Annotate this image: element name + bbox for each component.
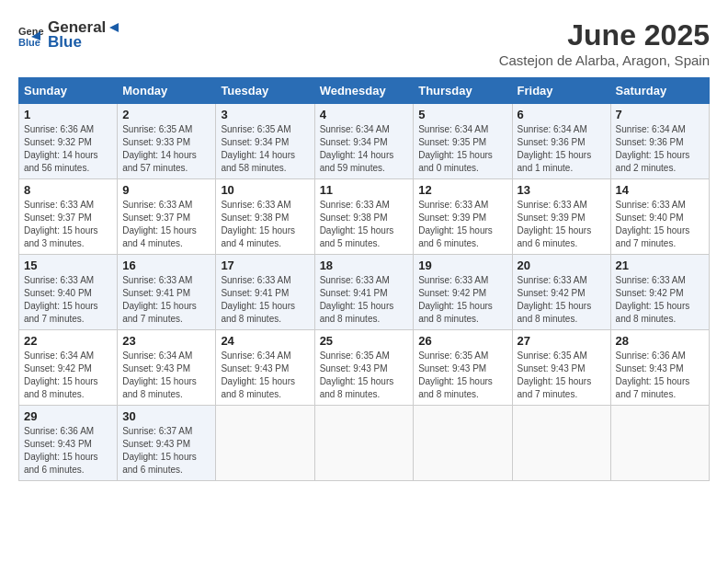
calendar-cell: 25Sunrise: 6:35 AMSunset: 9:43 PMDayligh… (314, 330, 414, 406)
calendar-cell: 12Sunrise: 6:33 AMSunset: 9:39 PMDayligh… (414, 179, 512, 255)
header-day-friday: Friday (512, 78, 610, 104)
day-info: Sunrise: 6:33 AMSunset: 9:42 PMDaylight:… (418, 274, 506, 326)
svg-marker-3 (109, 23, 119, 32)
day-number: 20 (518, 259, 606, 272)
calendar-cell: 4Sunrise: 6:34 AMSunset: 9:34 PMDaylight… (314, 104, 414, 179)
day-number: 5 (418, 108, 506, 121)
calendar-cell: 26Sunrise: 6:35 AMSunset: 9:43 PMDayligh… (414, 330, 512, 406)
calendar-cell: 5Sunrise: 6:34 AMSunset: 9:35 PMDaylight… (414, 104, 512, 179)
calendar-week-row: 8Sunrise: 6:33 AMSunset: 9:37 PMDaylight… (19, 179, 710, 255)
calendar-cell: 22Sunrise: 6:34 AMSunset: 9:42 PMDayligh… (19, 330, 118, 406)
day-number: 18 (320, 259, 409, 272)
day-number: 8 (24, 183, 112, 197)
day-number: 2 (122, 108, 210, 121)
day-number: 10 (221, 183, 309, 197)
calendar-cell (512, 406, 610, 481)
day-number: 4 (320, 108, 409, 121)
day-info: Sunrise: 6:34 AMSunset: 9:34 PMDaylight:… (320, 123, 409, 175)
day-number: 27 (518, 334, 606, 348)
day-number: 9 (122, 183, 210, 197)
day-info: Sunrise: 6:34 AMSunset: 9:43 PMDaylight:… (122, 350, 210, 401)
day-info: Sunrise: 6:36 AMSunset: 9:43 PMDaylight:… (616, 350, 704, 401)
calendar-cell: 10Sunrise: 6:33 AMSunset: 9:38 PMDayligh… (216, 179, 314, 255)
day-info: Sunrise: 6:34 AMSunset: 9:35 PMDaylight:… (418, 123, 506, 175)
day-info: Sunrise: 6:33 AMSunset: 9:37 PMDaylight:… (24, 199, 112, 250)
calendar-cell: 16Sunrise: 6:33 AMSunset: 9:41 PMDayligh… (118, 255, 216, 330)
day-number: 3 (221, 108, 309, 121)
day-info: Sunrise: 6:35 AMSunset: 9:43 PMDaylight:… (518, 350, 606, 401)
day-number: 25 (320, 334, 409, 348)
calendar-table: SundayMondayTuesdayWednesdayThursdayFrid… (18, 77, 710, 481)
calendar-cell (414, 406, 512, 481)
calendar-week-row: 29Sunrise: 6:36 AMSunset: 9:43 PMDayligh… (19, 406, 710, 481)
calendar-cell: 21Sunrise: 6:33 AMSunset: 9:42 PMDayligh… (610, 255, 709, 330)
calendar-cell: 8Sunrise: 6:33 AMSunset: 9:37 PMDaylight… (19, 179, 118, 255)
day-info: Sunrise: 6:33 AMSunset: 9:38 PMDaylight:… (320, 199, 409, 250)
calendar-cell: 13Sunrise: 6:33 AMSunset: 9:39 PMDayligh… (512, 179, 610, 255)
calendar-week-row: 15Sunrise: 6:33 AMSunset: 9:40 PMDayligh… (19, 255, 710, 330)
calendar-cell: 11Sunrise: 6:33 AMSunset: 9:38 PMDayligh… (314, 179, 414, 255)
day-number: 24 (221, 334, 309, 348)
calendar-cell: 17Sunrise: 6:33 AMSunset: 9:41 PMDayligh… (216, 255, 314, 330)
calendar-cell: 15Sunrise: 6:33 AMSunset: 9:40 PMDayligh… (19, 255, 118, 330)
calendar-cell: 1Sunrise: 6:36 AMSunset: 9:32 PMDaylight… (19, 104, 118, 179)
calendar-cell: 9Sunrise: 6:33 AMSunset: 9:37 PMDaylight… (118, 179, 216, 255)
day-number: 12 (418, 183, 506, 197)
calendar-cell (610, 406, 709, 481)
month-title: June 2025 (499, 18, 710, 52)
calendar-cell: 29Sunrise: 6:36 AMSunset: 9:43 PMDayligh… (19, 406, 118, 481)
header-day-wednesday: Wednesday (314, 78, 414, 104)
calendar-cell: 24Sunrise: 6:34 AMSunset: 9:43 PMDayligh… (216, 330, 314, 406)
day-info: Sunrise: 6:33 AMSunset: 9:40 PMDaylight:… (24, 274, 112, 326)
header-day-thursday: Thursday (414, 78, 512, 104)
day-number: 29 (24, 409, 112, 423)
day-number: 1 (24, 108, 112, 121)
day-info: Sunrise: 6:33 AMSunset: 9:42 PMDaylight:… (616, 274, 704, 326)
day-info: Sunrise: 6:33 AMSunset: 9:37 PMDaylight:… (122, 199, 210, 250)
day-number: 19 (418, 259, 506, 272)
calendar-cell: 6Sunrise: 6:34 AMSunset: 9:36 PMDaylight… (512, 104, 610, 179)
calendar-week-row: 1Sunrise: 6:36 AMSunset: 9:32 PMDaylight… (19, 104, 710, 179)
location-title: Castejon de Alarba, Aragon, Spain (499, 52, 710, 68)
day-number: 23 (122, 334, 210, 348)
calendar-cell: 23Sunrise: 6:34 AMSunset: 9:43 PMDayligh… (118, 330, 216, 406)
day-number: 30 (122, 409, 210, 423)
calendar-cell: 18Sunrise: 6:33 AMSunset: 9:41 PMDayligh… (314, 255, 414, 330)
day-info: Sunrise: 6:34 AMSunset: 9:43 PMDaylight:… (221, 350, 309, 401)
day-info: Sunrise: 6:33 AMSunset: 9:41 PMDaylight:… (320, 274, 409, 326)
day-info: Sunrise: 6:34 AMSunset: 9:36 PMDaylight:… (518, 123, 606, 175)
calendar-cell: 14Sunrise: 6:33 AMSunset: 9:40 PMDayligh… (610, 179, 709, 255)
day-info: Sunrise: 6:33 AMSunset: 9:40 PMDaylight:… (616, 199, 704, 250)
day-number: 13 (518, 183, 606, 197)
header-day-saturday: Saturday (610, 78, 709, 104)
day-info: Sunrise: 6:35 AMSunset: 9:34 PMDaylight:… (221, 123, 309, 175)
day-number: 22 (24, 334, 112, 348)
day-number: 16 (122, 259, 210, 272)
header-day-tuesday: Tuesday (216, 78, 314, 104)
day-info: Sunrise: 6:33 AMSunset: 9:41 PMDaylight:… (221, 274, 309, 326)
calendar-cell (216, 406, 314, 481)
calendar-cell: 2Sunrise: 6:35 AMSunset: 9:33 PMDaylight… (118, 104, 216, 179)
page-header: General Blue General Blue June 2025 Cast… (18, 18, 710, 68)
calendar-cell (314, 406, 414, 481)
day-info: Sunrise: 6:34 AMSunset: 9:36 PMDaylight:… (616, 123, 704, 175)
calendar-cell: 30Sunrise: 6:37 AMSunset: 9:43 PMDayligh… (118, 406, 216, 481)
calendar-cell: 3Sunrise: 6:35 AMSunset: 9:34 PMDaylight… (216, 104, 314, 179)
day-info: Sunrise: 6:36 AMSunset: 9:43 PMDaylight:… (24, 425, 112, 477)
logo-arrow-icon (106, 20, 120, 35)
day-info: Sunrise: 6:33 AMSunset: 9:39 PMDaylight:… (518, 199, 606, 250)
logo: General Blue General Blue (18, 18, 120, 52)
day-info: Sunrise: 6:36 AMSunset: 9:32 PMDaylight:… (24, 123, 112, 175)
calendar-header-row: SundayMondayTuesdayWednesdayThursdayFrid… (19, 78, 710, 104)
calendar-cell: 28Sunrise: 6:36 AMSunset: 9:43 PMDayligh… (610, 330, 709, 406)
day-number: 28 (616, 334, 704, 348)
day-number: 15 (24, 259, 112, 272)
day-info: Sunrise: 6:35 AMSunset: 9:33 PMDaylight:… (122, 123, 210, 175)
calendar-cell: 19Sunrise: 6:33 AMSunset: 9:42 PMDayligh… (414, 255, 512, 330)
day-info: Sunrise: 6:35 AMSunset: 9:43 PMDaylight:… (418, 350, 506, 401)
header-day-sunday: Sunday (19, 78, 118, 104)
day-info: Sunrise: 6:34 AMSunset: 9:42 PMDaylight:… (24, 350, 112, 401)
day-info: Sunrise: 6:33 AMSunset: 9:38 PMDaylight:… (221, 199, 309, 250)
logo-icon: General Blue (18, 22, 44, 48)
day-info: Sunrise: 6:33 AMSunset: 9:41 PMDaylight:… (122, 274, 210, 326)
